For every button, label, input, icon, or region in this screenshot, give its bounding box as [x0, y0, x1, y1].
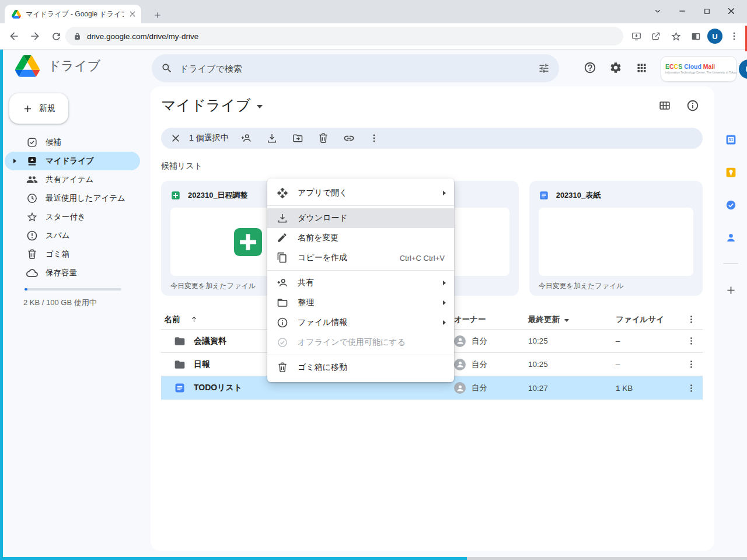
browser-toolbar: drive.google.com/drive/my-drive U [0, 23, 747, 50]
share-page-icon[interactable] [648, 28, 664, 44]
window-maximize-button[interactable] [694, 2, 719, 20]
sidebar-nav: 候補 マイドライブ 共有アイテム 最近使用したアイテム スター付き スパム ゴミ… [5, 133, 140, 282]
cloud-icon [26, 267, 38, 279]
details-info-icon[interactable] [686, 99, 699, 112]
window-edge-bottom-gray [467, 557, 747, 560]
owner-avatar-icon [454, 335, 466, 347]
menu-item-file-info[interactable]: ファイル情報 [267, 313, 454, 332]
copy-link-button[interactable] [343, 132, 355, 144]
menu-item-download[interactable]: ダウンロード [267, 208, 454, 228]
window-close-button[interactable] [719, 2, 743, 20]
title-dropdown-icon[interactable] [257, 105, 263, 108]
new-button-label: 新規 [39, 103, 55, 114]
menu-item-share[interactable]: 共有 [267, 273, 454, 293]
drive-logo-icon[interactable] [15, 55, 40, 77]
browser-menu-icon[interactable] [726, 28, 742, 44]
add-panel-app-icon[interactable] [719, 278, 742, 302]
folder-icon [174, 359, 186, 370]
column-header-modified[interactable]: 最終更新 [528, 314, 616, 325]
open-with-icon [277, 187, 288, 199]
sidebar-item-trash[interactable]: ゴミ箱 [5, 245, 140, 264]
docs-file-icon [174, 382, 186, 394]
suggestion-card-cover[interactable]: 202310_表紙 今日変更を加えたファイル [529, 181, 703, 296]
people-icon [26, 174, 38, 186]
back-button[interactable] [6, 28, 22, 44]
settings-gear-icon[interactable] [605, 57, 626, 78]
shortcut-label: Ctrl+C Ctrl+V [400, 254, 445, 262]
menu-item-move-to-trash[interactable]: ゴミ箱に移動 [267, 358, 454, 377]
search-bar[interactable] [152, 54, 559, 82]
share-button[interactable] [240, 132, 252, 144]
screen: マイドライブ - Google ドライブ drive.google.com/dr… [0, 0, 747, 560]
browser-tab[interactable]: マイドライブ - Google ドライブ [5, 5, 141, 23]
search-input[interactable] [180, 64, 531, 74]
svg-text:31: 31 [728, 138, 733, 142]
side-panel-icon[interactable] [687, 28, 704, 44]
menu-item-make-copy[interactable]: コピーを作成Ctrl+C Ctrl+V [267, 248, 454, 268]
delete-button[interactable] [317, 132, 329, 144]
modified-time: 10:25 [528, 337, 616, 345]
help-icon[interactable] [580, 57, 601, 78]
suggestions-title: 候補リスト [161, 161, 203, 172]
sidebar-item-storage[interactable]: 保存容量 [5, 264, 140, 282]
google-apps-icon[interactable] [631, 57, 652, 78]
reload-button[interactable] [48, 28, 64, 44]
sidebar-item-my-drive[interactable]: マイドライブ [5, 152, 140, 170]
browser-profile-avatar[interactable]: U [707, 29, 722, 44]
offline-pin-icon [277, 337, 288, 348]
bookmark-star-icon[interactable] [668, 28, 684, 44]
side-panel-rail: 31 [714, 86, 747, 560]
tab-close-icon[interactable] [128, 10, 137, 18]
window-edge-accent-bottom [0, 557, 467, 560]
grid-view-icon[interactable] [658, 99, 671, 112]
sidebar-item-suggested[interactable]: 候補 [5, 133, 140, 152]
contacts-icon[interactable] [719, 226, 742, 249]
address-bar[interactable]: drive.google.com/drive/my-drive [65, 27, 623, 46]
sidebar-item-shared[interactable]: 共有アイテム [5, 170, 140, 189]
new-tab-button[interactable] [151, 8, 165, 22]
sidebar-item-recent[interactable]: 最近使用したアイテム [5, 189, 140, 208]
clear-selection-icon[interactable] [170, 133, 181, 144]
keep-icon[interactable] [719, 160, 742, 184]
tasks-icon[interactable] [719, 193, 742, 216]
install-app-icon[interactable] [628, 28, 644, 44]
storage-progress-bar [25, 288, 121, 290]
sort-ascending-icon [190, 315, 198, 324]
submenu-arrow-icon [443, 191, 446, 195]
account-avatar[interactable]: U [739, 60, 747, 79]
my-drive-icon [26, 155, 38, 167]
move-to-folder-button[interactable] [292, 132, 303, 144]
row-more-actions-icon[interactable] [680, 383, 703, 393]
star-icon [26, 211, 38, 223]
expand-arrow-icon[interactable] [13, 159, 16, 163]
search-filter-icon[interactable] [538, 62, 550, 74]
row-more-actions-icon[interactable] [680, 336, 703, 346]
submenu-arrow-icon [443, 320, 446, 325]
menu-item-organize[interactable]: 整理 [267, 293, 454, 313]
more-actions-icon[interactable] [369, 133, 379, 144]
calendar-icon[interactable]: 31 [719, 128, 742, 151]
download-button[interactable] [266, 132, 278, 144]
rail-divider [723, 263, 738, 264]
forward-button[interactable] [27, 28, 43, 44]
menu-item-open-with[interactable]: アプリで開く [267, 183, 454, 203]
sheets-file-icon [170, 190, 181, 201]
owner-avatar-icon [454, 382, 466, 394]
new-button[interactable]: 新規 [9, 93, 68, 124]
search-icon[interactable] [161, 62, 173, 74]
column-settings-icon[interactable] [680, 314, 703, 324]
account-badge[interactable]: ECCS Cloud Mail Information Technology C… [661, 56, 736, 82]
row-more-actions-icon[interactable] [680, 359, 703, 369]
page-title[interactable]: マイドライブ [161, 96, 263, 115]
account-badge-title: ECCS Cloud Mail [665, 64, 736, 70]
menu-item-rename[interactable]: 名前を変更 [267, 228, 454, 248]
column-header-size[interactable]: ファイルサイ [616, 314, 680, 325]
selection-toolbar: 1 個選択中 [161, 128, 703, 149]
folder-icon [174, 335, 186, 347]
window-minimize-button[interactable] [670, 2, 694, 20]
sidebar-item-spam[interactable]: スパム [5, 226, 140, 245]
sidebar-item-starred[interactable]: スター付き [5, 208, 140, 226]
window-restore-down-icon[interactable] [645, 2, 670, 20]
sheets-thumbnail-icon [229, 223, 267, 261]
column-header-owner[interactable]: オーナー [454, 314, 528, 325]
